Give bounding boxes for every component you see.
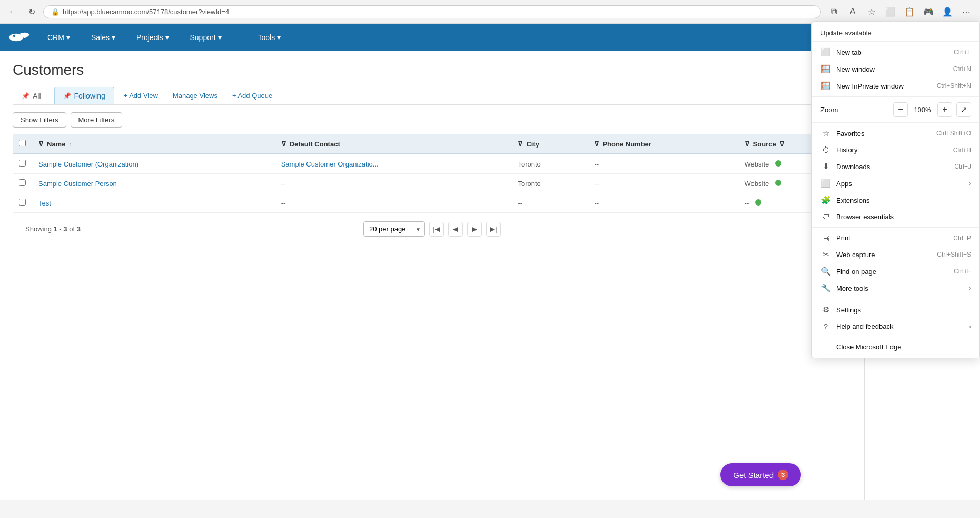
menu-find-label: Find on page	[836, 268, 948, 276]
menu-item-browser-essentials[interactable]: 🛡 Browser essentials	[812, 209, 979, 225]
help-arrow-icon: ›	[969, 323, 971, 330]
menu-separator-5	[812, 337, 979, 337]
menu-history-shortcut: Ctrl+H	[953, 146, 971, 154]
zoom-value-text: 100%	[912, 106, 933, 114]
menu-browser-essentials-label: Browser essentials	[836, 213, 971, 221]
menu-item-help-feedback[interactable]: ? Help and feedback ›	[812, 318, 979, 335]
menu-web-capture-shortcut: Ctrl+Shift+S	[937, 251, 971, 258]
settings-icon: ⚙	[820, 305, 831, 315]
menu-help-label: Help and feedback	[836, 322, 964, 330]
menu-item-new-window[interactable]: 🪟 New window Ctrl+N	[812, 61, 979, 77]
history-icon: ⏱	[820, 145, 831, 154]
new-tab-icon: ⬜	[820, 47, 831, 57]
menu-item-web-capture[interactable]: ✂ Web capture Ctrl+Shift+S	[812, 246, 979, 263]
menu-new-window-label: New window	[836, 65, 948, 73]
print-icon: 🖨	[820, 233, 831, 242]
find-on-page-icon: 🔍	[820, 267, 831, 276]
menu-item-history[interactable]: ⏱ History Ctrl+H	[812, 142, 979, 158]
menu-separator-4	[812, 299, 979, 299]
menu-new-window-shortcut: Ctrl+N	[953, 65, 971, 73]
zoom-expand-button[interactable]: ⤢	[956, 102, 971, 117]
menu-item-extensions[interactable]: 🧩 Extensions	[812, 192, 979, 209]
menu-separator-2	[812, 122, 979, 123]
favorites-icon: ☆	[820, 129, 831, 138]
menu-inprivate-shortcut: Ctrl+Shift+N	[937, 82, 971, 90]
menu-item-new-tab[interactable]: ⬜ New tab Ctrl+T	[812, 44, 979, 61]
menu-settings-label: Settings	[836, 306, 971, 314]
browser-essentials-icon: 🛡	[820, 212, 831, 221]
inprivate-icon: 🪟	[820, 81, 831, 91]
menu-web-capture-label: Web capture	[836, 251, 932, 259]
menu-new-tab-shortcut: Ctrl+T	[954, 48, 971, 56]
update-available-banner: Update available	[812, 25, 979, 42]
menu-favorites-label: Favorites	[836, 130, 931, 138]
zoom-increase-button[interactable]: +	[937, 102, 952, 117]
apps-icon: ⬜	[820, 179, 831, 188]
help-icon: ?	[820, 322, 831, 331]
menu-separator-1	[812, 96, 979, 97]
context-menu: Update available ⬜ New tab Ctrl+T 🪟 New …	[811, 21, 980, 358]
apps-arrow-icon: ›	[969, 180, 971, 187]
menu-item-settings[interactable]: ⚙ Settings	[812, 301, 979, 318]
web-capture-icon: ✂	[820, 250, 831, 259]
context-menu-overlay[interactable]: Update available ⬜ New tab Ctrl+T 🪟 New …	[0, 0, 980, 500]
menu-zoom-row: Zoom − 100% + ⤢	[812, 99, 979, 120]
menu-item-favorites[interactable]: ☆ Favorites Ctrl+Shift+O	[812, 125, 979, 142]
menu-downloads-shortcut: Ctrl+J	[954, 163, 971, 170]
zoom-label: Zoom	[820, 106, 889, 114]
zoom-decrease-button[interactable]: −	[893, 102, 908, 117]
menu-downloads-label: Downloads	[836, 163, 949, 171]
menu-item-apps[interactable]: ⬜ Apps ›	[812, 175, 979, 192]
menu-more-tools-label: More tools	[836, 285, 964, 292]
menu-separator-3	[812, 227, 979, 228]
menu-item-close-edge[interactable]: Close Microsoft Edge	[812, 339, 979, 355]
menu-find-shortcut: Ctrl+F	[954, 268, 971, 275]
menu-extensions-label: Extensions	[836, 197, 971, 204]
menu-item-find-on-page[interactable]: 🔍 Find on page Ctrl+F	[812, 263, 979, 280]
menu-new-tab-label: New tab	[836, 48, 948, 56]
menu-inprivate-label: New InPrivate window	[836, 82, 932, 90]
more-tools-arrow-icon: ›	[969, 285, 971, 292]
menu-item-print[interactable]: 🖨 Print Ctrl+P	[812, 230, 979, 246]
menu-apps-label: Apps	[836, 180, 964, 188]
menu-favorites-shortcut: Ctrl+Shift+O	[936, 130, 971, 137]
downloads-icon: ⬇	[820, 162, 831, 171]
menu-close-edge-label: Close Microsoft Edge	[836, 343, 971, 351]
extensions-icon: 🧩	[820, 196, 831, 205]
more-tools-icon: 🔧	[820, 284, 831, 293]
menu-item-inprivate[interactable]: 🪟 New InPrivate window Ctrl+Shift+N	[812, 77, 979, 94]
menu-item-more-tools[interactable]: 🔧 More tools ›	[812, 280, 979, 297]
menu-print-shortcut: Ctrl+P	[953, 234, 971, 242]
menu-item-downloads[interactable]: ⬇ Downloads Ctrl+J	[812, 158, 979, 175]
new-window-icon: 🪟	[820, 64, 831, 74]
menu-history-label: History	[836, 146, 948, 154]
menu-print-label: Print	[836, 234, 948, 242]
